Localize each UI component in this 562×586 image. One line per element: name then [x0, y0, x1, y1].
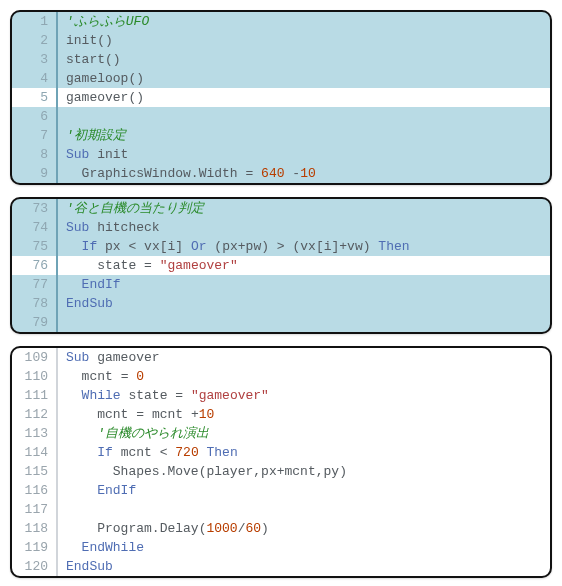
token-id: state [128, 388, 167, 403]
token-op: ) [363, 239, 371, 254]
code-line[interactable]: 115 Shapes.Move(player,px+mcnt,py) [12, 462, 550, 481]
code-content[interactable]: EndSub [58, 294, 113, 313]
code-content[interactable]: init() [58, 31, 113, 50]
code-content[interactable]: EndWhile [58, 538, 144, 557]
token-op: . [191, 166, 199, 181]
token-op: < [128, 239, 136, 254]
token-op: ) [339, 464, 347, 479]
code-content[interactable]: EndIf [58, 481, 136, 500]
token-op: - [292, 166, 300, 181]
code-line[interactable]: 1'ふらふらUFO [12, 12, 550, 31]
token-op: < [160, 445, 168, 460]
token-id: player [206, 464, 253, 479]
line-number: 112 [12, 405, 58, 424]
code-line[interactable]: 78EndSub [12, 294, 550, 313]
code-line[interactable]: 74Sub hitcheck [12, 218, 550, 237]
code-line[interactable]: 114 If mcnt < 720 Then [12, 443, 550, 462]
token-str: "gameover" [191, 388, 269, 403]
token-kw: Sub [66, 147, 89, 162]
line-number: 9 [12, 164, 58, 183]
code-content[interactable]: If mcnt < 720 Then [58, 443, 238, 462]
line-number: 6 [12, 107, 58, 126]
token-id: Delay [160, 521, 199, 536]
line-number: 8 [12, 145, 58, 164]
code-content[interactable]: Program.Delay(1000/60) [58, 519, 269, 538]
code-line[interactable]: 2init() [12, 31, 550, 50]
code-line[interactable]: 117 [12, 500, 550, 519]
code-line[interactable]: 5gameover() [12, 88, 550, 107]
code-content[interactable]: gameover() [58, 88, 144, 107]
code-content[interactable]: '自機のやられ演出 [58, 424, 209, 443]
code-content[interactable] [58, 107, 66, 126]
code-line[interactable]: 77 EndIf [12, 275, 550, 294]
token-id: start [66, 52, 105, 67]
code-content[interactable]: EndSub [58, 557, 113, 576]
code-line[interactable]: 73'谷と自機の当たり判定 [12, 199, 550, 218]
code-content[interactable]: '谷と自機の当たり判定 [58, 199, 204, 218]
token-num: 1000 [206, 521, 237, 536]
code-content[interactable]: Sub init [58, 145, 128, 164]
code-content[interactable]: 'ふらふらUFO [58, 12, 149, 31]
code-content[interactable]: mcnt = 0 [58, 367, 144, 386]
token-id: hitcheck [97, 220, 159, 235]
code-line[interactable]: 3start() [12, 50, 550, 69]
code-line[interactable]: 116 EndIf [12, 481, 550, 500]
code-content[interactable]: Sub hitcheck [58, 218, 160, 237]
token-op: = [175, 388, 183, 403]
line-number: 113 [12, 424, 58, 443]
code-line[interactable]: 119 EndWhile [12, 538, 550, 557]
code-line[interactable]: 6 [12, 107, 550, 126]
code-content[interactable]: While state = "gameover" [58, 386, 269, 405]
line-number: 120 [12, 557, 58, 576]
code-line[interactable]: 4gameloop() [12, 69, 550, 88]
code-content[interactable]: If px < vx[i] Or (px+pw) > (vx[i]+vw) Th… [58, 237, 410, 256]
code-content[interactable]: state = "gameover" [58, 256, 238, 275]
code-content[interactable]: start() [58, 50, 121, 69]
token-comment: '谷と自機の当たり判定 [66, 201, 204, 216]
code-line[interactable]: 112 mcnt = mcnt +10 [12, 405, 550, 424]
code-line[interactable]: 76 state = "gameover" [12, 256, 550, 275]
token-id: pw [246, 239, 262, 254]
token-op: () [97, 33, 113, 48]
code-line[interactable]: 120EndSub [12, 557, 550, 576]
token-id: px [222, 239, 238, 254]
code-content[interactable]: Sub gameover [58, 348, 160, 367]
token-op: . [152, 521, 160, 536]
code-content[interactable] [58, 313, 66, 332]
code-panel: 1'ふらふらUFO2init()3start()4gameloop()5game… [10, 10, 552, 185]
code-content[interactable]: GraphicsWindow.Width = 640 -10 [58, 164, 316, 183]
code-content[interactable]: '初期設定 [58, 126, 126, 145]
token-kw: If [82, 239, 98, 254]
line-number: 4 [12, 69, 58, 88]
code-line[interactable]: 113 '自機のやられ演出 [12, 424, 550, 443]
token-obj: GraphicsWindow [82, 166, 191, 181]
line-number: 78 [12, 294, 58, 313]
code-viewer: 1'ふらふらUFO2init()3start()4gameloop()5game… [10, 10, 552, 578]
code-line[interactable]: 8Sub init [12, 145, 550, 164]
code-content[interactable]: gameloop() [58, 69, 144, 88]
token-op: / [238, 521, 246, 536]
code-line[interactable]: 79 [12, 313, 550, 332]
code-line[interactable]: 9 GraphicsWindow.Width = 640 -10 [12, 164, 550, 183]
token-id: vw [347, 239, 363, 254]
token-op: ]+ [332, 239, 348, 254]
line-number: 116 [12, 481, 58, 500]
code-line[interactable]: 109Sub gameover [12, 348, 550, 367]
line-number: 3 [12, 50, 58, 69]
code-content[interactable]: mcnt = mcnt +10 [58, 405, 214, 424]
code-line[interactable]: 75 If px < vx[i] Or (px+pw) > (vx[i]+vw)… [12, 237, 550, 256]
line-number: 118 [12, 519, 58, 538]
code-line[interactable]: 111 While state = "gameover" [12, 386, 550, 405]
token-op: ) [261, 239, 269, 254]
code-line[interactable]: 7'初期設定 [12, 126, 550, 145]
token-id: init [97, 147, 128, 162]
code-line[interactable]: 110 mcnt = 0 [12, 367, 550, 386]
token-id: gameover [66, 90, 128, 105]
code-content[interactable]: Shapes.Move(player,px+mcnt,py) [58, 462, 347, 481]
code-line[interactable]: 118 Program.Delay(1000/60) [12, 519, 550, 538]
token-comment: '初期設定 [66, 128, 126, 143]
token-op: ( [214, 239, 222, 254]
code-content[interactable] [58, 500, 66, 519]
code-content[interactable]: EndIf [58, 275, 121, 294]
token-num: 60 [246, 521, 262, 536]
